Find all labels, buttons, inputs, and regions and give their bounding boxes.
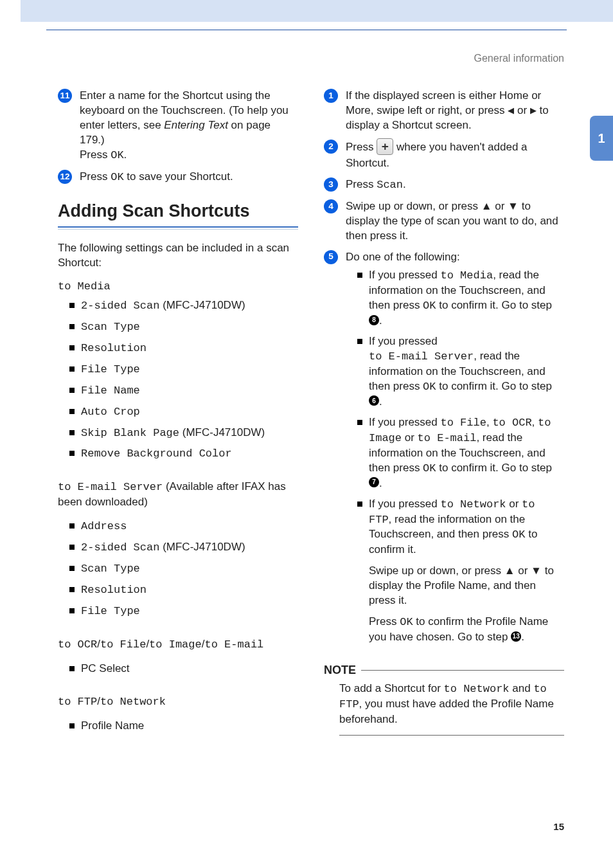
- text: If you pressed: [369, 416, 441, 428]
- step-5: 5 Do one of the following: If you presse…: [324, 250, 564, 651]
- text: to confirm it. Go to step: [436, 380, 552, 392]
- left-arrow-icon: ◀: [508, 105, 514, 115]
- list-to-ftp: Profile Name: [69, 719, 298, 734]
- header-rule: [46, 30, 567, 30]
- code: to Network: [444, 683, 510, 695]
- text: To add a Shortcut for: [339, 682, 444, 694]
- text: (MFC-J4710DW): [159, 299, 245, 311]
- text: to confirm it. Go to step: [436, 462, 552, 474]
- plus-icon: +: [377, 138, 393, 155]
- group-head-to-media: to Media: [58, 280, 298, 294]
- list-item: Profile Name: [69, 719, 298, 734]
- note-heading: NOTE: [324, 662, 564, 678]
- list-item: 2-sided Scan (MFC-J4710DW): [69, 298, 298, 314]
- heading-rule: [58, 226, 298, 230]
- text: PC Select: [81, 662, 130, 674]
- chapter-tab: 1: [590, 116, 613, 161]
- step-ref-6: 6: [369, 395, 379, 406]
- list-item: PC Select: [69, 662, 298, 676]
- right-arrow-icon: ▶: [530, 105, 537, 115]
- text: Swipe up or down, or press ▲ or ▼ to dis…: [346, 199, 564, 244]
- text: .: [403, 178, 406, 190]
- left-column: 11 Enter a name for the Shortcut using t…: [58, 89, 298, 810]
- text: Press: [346, 178, 377, 190]
- list-to-ocr: PC Select: [69, 662, 298, 676]
- step-ref-7: 7: [369, 477, 379, 487]
- code-ok: OK: [400, 616, 413, 628]
- code-ok: OK: [423, 300, 436, 312]
- list-item: Auto Crop: [69, 404, 298, 420]
- step-ref-8: 8: [369, 315, 379, 325]
- code: File Type: [81, 605, 140, 617]
- list-item: Scan Type: [69, 320, 298, 335]
- step-badge-5: 5: [324, 250, 338, 264]
- code: Remove Background Color: [81, 448, 232, 460]
- code-ok: OK: [111, 149, 123, 161]
- content: 11 Enter a name for the Shortcut using t…: [58, 89, 564, 810]
- code-ok: OK: [111, 171, 123, 183]
- step-badge-1: 1: [324, 89, 338, 103]
- list-item: Resolution: [69, 583, 298, 598]
- step-badge-11: 11: [58, 89, 72, 103]
- text: Press: [80, 149, 111, 161]
- step-badge-4: 4: [324, 199, 338, 213]
- step-11: 11 Enter a name for the Shortcut using t…: [58, 89, 298, 163]
- code: to Network: [441, 498, 506, 511]
- step-badge-12: 12: [58, 170, 72, 184]
- text: Press: [369, 615, 400, 628]
- list-item: Scan Type: [69, 561, 298, 577]
- note-rule: [361, 670, 564, 671]
- right-column: 1 If the displayed screen is either Home…: [324, 89, 564, 810]
- code: to OCR: [492, 417, 531, 429]
- text: to confirm it. Go to step: [436, 299, 552, 311]
- code: to OCR: [58, 638, 97, 651]
- group-head-to-ocr: to OCR/to File/to Image/to E-mail: [58, 637, 298, 653]
- list-item: If you pressed to E-mail Server, read th…: [357, 334, 564, 410]
- link-entering-text: Entering Text: [164, 119, 228, 131]
- code: 2-sided Scan: [81, 300, 159, 312]
- text: .: [124, 149, 127, 161]
- text: (MFC-J4710DW): [159, 541, 245, 553]
- code-ok: OK: [423, 462, 436, 475]
- code: 2-sided Scan: [81, 541, 159, 554]
- step-ref-13: 13: [511, 631, 521, 642]
- list-item: Remove Background Color: [69, 446, 298, 462]
- code: to Network: [100, 696, 166, 708]
- text: If you pressed: [369, 498, 441, 510]
- step-4: 4 Swipe up or down, or press ▲ or ▼ to d…: [324, 199, 564, 244]
- list-item: If you pressed to File, to OCR, to Image…: [357, 415, 564, 491]
- text: Press: [80, 170, 111, 183]
- code: to Image: [149, 638, 202, 651]
- text: (MFC-J4710DW): [179, 426, 265, 439]
- note-body: To add a Shortcut for to Network and to …: [339, 682, 564, 736]
- group-head-to-ftp: to FTP/to Network: [58, 694, 298, 710]
- list-item: If you pressed to Media, read the inform…: [357, 268, 564, 329]
- step-12: 12 Press OK to save your Shortcut.: [58, 170, 298, 185]
- text: or: [514, 104, 530, 116]
- step-badge-3: 3: [324, 177, 338, 192]
- text: , read the information on the Touchscree…: [369, 513, 525, 541]
- list-to-media: 2-sided Scan (MFC-J4710DW)Scan TypeResol…: [69, 298, 298, 462]
- code: to File: [100, 638, 146, 651]
- code: Scan Type: [81, 563, 140, 575]
- list-item: Resolution: [69, 341, 298, 356]
- code: File Type: [81, 363, 140, 375]
- list-to-email-server: Address2-sided Scan (MFC-J4710DW)Scan Ty…: [69, 519, 298, 619]
- list-item: Skip Blank Page (MFC-J4710DW): [69, 426, 298, 441]
- code: to E-mail: [204, 638, 263, 651]
- step-1: 1 If the displayed screen is either Home…: [324, 89, 564, 133]
- text: and: [510, 682, 534, 694]
- code: to FTP: [58, 696, 97, 708]
- code: to E-mail Server: [369, 350, 474, 363]
- code: Scan Type: [81, 321, 140, 333]
- code: to File: [441, 417, 486, 429]
- step-2: 2 Press + where you haven't added a Shor…: [324, 140, 564, 171]
- code: Skip Blank Page: [81, 427, 179, 439]
- list-item: File Type: [69, 362, 298, 377]
- text: Swipe up or down, or press ▲ or ▼ to dis…: [369, 564, 564, 608]
- group-head-to-email-server: to E-mail Server (Available after IFAX h…: [58, 480, 298, 510]
- text: , you must have added the Profile Name b…: [339, 698, 554, 725]
- code: Auto Crop: [81, 406, 140, 418]
- text: Press OK to confirm the Profile Name you…: [369, 615, 564, 645]
- code-ok: OK: [512, 529, 525, 541]
